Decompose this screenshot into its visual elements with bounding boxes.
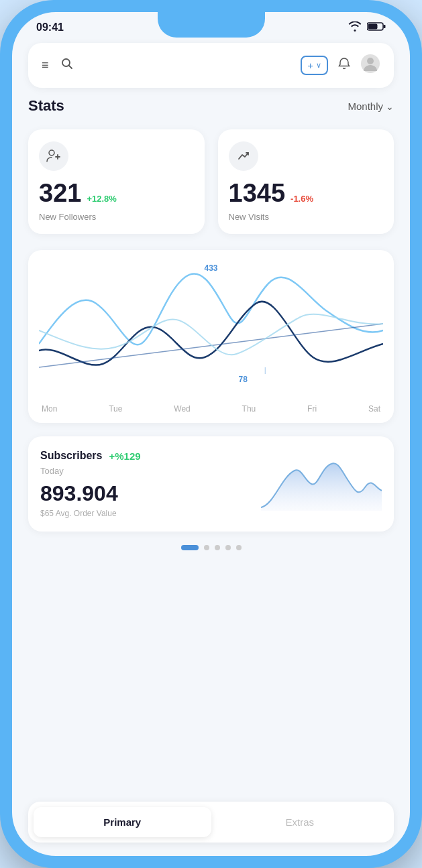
plus-icon: +: [307, 60, 313, 71]
stats-title: Stats: [28, 97, 64, 115]
subscribers-value: 893.904: [40, 481, 141, 506]
stats-header: Stats Monthly ⌄: [28, 97, 394, 115]
chart-day-sat: Sat: [368, 404, 380, 414]
svg-point-6: [367, 58, 374, 64]
subscribers-title: Subscribers: [40, 450, 102, 462]
tab-extras[interactable]: Extras: [211, 807, 389, 837]
search-icon[interactable]: [61, 58, 73, 73]
subscribers-header: Subscribers +%129: [40, 450, 141, 462]
tab-primary[interactable]: Primary: [34, 807, 211, 837]
chart-day-tue: Tue: [109, 404, 122, 414]
dot-2[interactable]: [204, 545, 209, 550]
visits-value-row: 1345 -1.6%: [229, 179, 384, 208]
svg-point-7: [49, 150, 54, 156]
chart-day-wed: Wed: [174, 404, 190, 414]
notch: [158, 12, 265, 38]
status-time: 09:41: [36, 21, 64, 34]
monthly-label: Monthly: [348, 101, 383, 112]
dot-3[interactable]: [215, 545, 220, 550]
chart-day-thu: Thu: [242, 404, 256, 414]
svg-rect-1: [384, 25, 386, 28]
tab-primary-label: Primary: [103, 816, 141, 828]
subscribers-avg: $65 Avg. Order Value: [40, 509, 141, 518]
monthly-filter[interactable]: Monthly ⌄: [348, 101, 394, 112]
visits-value: 1345: [229, 179, 286, 208]
stat-cards: 321 +12.8% New Followers 1345: [28, 129, 394, 234]
chart-section: 433 78 Mon: [28, 250, 394, 423]
chart-container: 433 78: [39, 263, 383, 397]
visits-icon-circle: [229, 141, 258, 171]
visits-card: 1345 -1.6% New Visits: [218, 129, 394, 234]
dot-4[interactable]: [225, 545, 231, 550]
chart-label-low: 78: [239, 375, 248, 384]
followers-label: New Followers: [39, 212, 194, 222]
battery-icon: [367, 21, 386, 34]
followers-value-row: 321 +12.8%: [39, 179, 194, 208]
filter-chevron-icon: ⌄: [386, 101, 394, 112]
chart-svg: [39, 263, 383, 391]
subscribers-left: Subscribers +%129 Today 893.904 $65 Avg.…: [40, 450, 141, 518]
nav-left: ≡: [42, 58, 73, 73]
visits-change: -1.6%: [291, 194, 313, 204]
status-icons: [348, 21, 386, 34]
subscribers-card: Subscribers +%129 Today 893.904 $65 Avg.…: [28, 436, 394, 532]
visits-label: New Visits: [229, 212, 384, 222]
wifi-icon: [348, 21, 362, 34]
add-chevron-icon: ∨: [316, 61, 321, 70]
nav-right: + ∨: [301, 54, 380, 77]
subscribers-chart-svg: [261, 457, 382, 511]
main-content: Stats Monthly ⌄: [12, 97, 410, 802]
followers-card: 321 +12.8% New Followers: [28, 129, 205, 234]
chart-day-fri: Fri: [307, 404, 317, 414]
chart-day-mon: Mon: [42, 404, 57, 414]
avatar-icon[interactable]: [360, 54, 380, 77]
svg-rect-2: [368, 24, 378, 29]
phone-inner: 09:41: [12, 12, 410, 856]
hamburger-icon[interactable]: ≡: [42, 58, 49, 72]
bottom-tabs: Primary Extras: [28, 802, 394, 843]
bell-icon[interactable]: [337, 57, 351, 74]
subscribers-chart-area: [261, 457, 382, 511]
tab-extras-label: Extras: [285, 816, 314, 828]
chart-label-high: 433: [204, 263, 217, 273]
phone-shell: 09:41: [0, 0, 422, 868]
add-button[interactable]: + ∨: [301, 56, 328, 75]
followers-change: +12.8%: [87, 194, 116, 204]
pagination-dots: [28, 545, 394, 550]
followers-icon-circle: [39, 141, 68, 171]
dot-1[interactable]: [181, 545, 199, 550]
followers-value: 321: [39, 179, 81, 208]
svg-line-4: [68, 66, 72, 69]
subscribers-period: Today: [40, 466, 141, 476]
subscribers-change: +%129: [109, 450, 140, 462]
top-nav: ≡ + ∨: [28, 43, 394, 88]
chart-days: Mon Tue Wed Thu Fri Sat: [39, 404, 383, 414]
dot-5[interactable]: [236, 545, 242, 550]
